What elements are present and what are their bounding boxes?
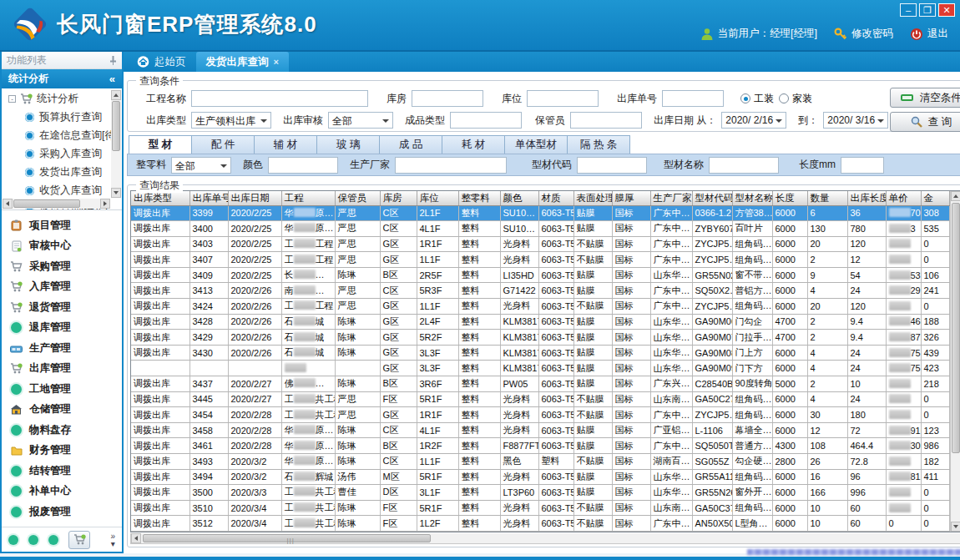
warehouse-input[interactable] (412, 90, 483, 107)
location-input[interactable] (527, 90, 599, 107)
tree-expander-icon[interactable]: - (8, 95, 16, 103)
tree-item-采购入库查询[interactable]: 采购入库查询 (8, 145, 110, 164)
tab-发货出库查询[interactable]: 发货出库查询× (196, 52, 289, 72)
menu-item-审核中心[interactable]: 审核中心 (2, 235, 122, 256)
table-row[interactable]: 调拨出库35102020/3/4工共工程陈琳F区5R1F整料光身料6063-T5… (131, 500, 949, 516)
tab-起始页[interactable]: 起始页 (127, 52, 196, 72)
results-horizontal-scrollbar[interactable]: ||| (130, 533, 960, 544)
length-filter-input[interactable] (841, 157, 884, 174)
menu-item-采购管理[interactable]: 采购管理 (2, 256, 122, 277)
menu-item-工地管理[interactable]: 工地管理 (2, 379, 122, 400)
table-row[interactable]: G区3L3F整料KLM38176063-T5贴膜国标山东华…GA90M09.门下… (131, 361, 949, 376)
profile-code-filter-input[interactable] (577, 157, 647, 174)
change-password-link[interactable]: 修改密码 (834, 27, 893, 41)
column-header-出库类型[interactable]: 出库类型 (131, 191, 189, 205)
column-header-出库单号[interactable]: 出库单号 (189, 191, 228, 205)
column-header-长度[interactable]: 长度 (772, 191, 807, 205)
minimize-button[interactable]: – (900, 3, 917, 17)
menu-item-报废管理[interactable]: 报废管理 (2, 502, 122, 522)
table-row[interactable]: 调拨出库34932020/3/2华原…陈琳C区1L1F整料黑色塑料不贴膜国标湖南… (131, 454, 949, 470)
profile-name-filter-input[interactable] (709, 157, 779, 174)
table-row[interactable]: 调拨出库34582020/2/28华原…陈琳C区4L1F整料光身料6063-T5… (131, 422, 949, 438)
radio-工装[interactable]: 工装 (740, 92, 774, 106)
column-header-型材名称[interactable]: 型材名称 (732, 191, 772, 205)
maximize-button[interactable]: ❐ (919, 3, 936, 17)
table-row[interactable]: 调拨出库34612020/2/28华原…陈琳B区1R2F整料F8877FT606… (131, 438, 949, 454)
table-row[interactable]: 调拨出库35002020/3/3工共工程曹佳D区3L1F整料LT3P606063… (131, 485, 949, 501)
out-type-select[interactable]: 生产领料出库 (191, 112, 271, 129)
menu-item-退货管理[interactable]: 退货管理 (2, 297, 122, 318)
module-dot-icon[interactable] (8, 535, 18, 545)
cart-module-button[interactable] (68, 531, 90, 549)
table-row[interactable]: 调拨出库34452020/2/27工共工程严思F区5R1F整料光身料6063-T… (131, 391, 949, 407)
column-header-整零料[interactable]: 整零料 (458, 191, 500, 205)
column-header-单价[interactable]: 单价 (886, 191, 921, 205)
menu-item-项目管理[interactable]: 项目管理 (2, 215, 122, 236)
column-header-型材代码[interactable]: 型材代码 (692, 191, 732, 205)
table-row[interactable]: 调拨出库34292020/2/26石城陈琳G区5R2F整料KLM38176063… (131, 330, 949, 346)
material-tab-隔热条[interactable]: 隔 热 条 (567, 135, 630, 154)
material-tab-单体型材[interactable]: 单体型材 (504, 135, 568, 154)
menu-item-出库管理[interactable]: 出库管理 (2, 358, 122, 379)
module-dot-icon[interactable] (28, 535, 38, 545)
radio-家装[interactable]: 家装 (779, 92, 812, 106)
table-row[interactable]: 调拨出库33992020/2/25华原…严思C区2L1F整料SU10…6063-… (131, 205, 949, 221)
menu-item-生产管理[interactable]: 生产管理 (2, 338, 122, 359)
keeper-input[interactable] (570, 112, 642, 129)
column-header-出库日期[interactable]: 出库日期 (228, 191, 281, 205)
table-row[interactable]: 调拨出库34132020/2/26南…严思C区5R3F整料G714226063-… (131, 283, 949, 299)
column-header-生产厂家[interactable]: 生产厂家 (650, 191, 692, 205)
out-audit-select[interactable]: 全部 (328, 112, 393, 129)
order-no-input[interactable] (662, 90, 724, 107)
module-dot-icon[interactable] (48, 535, 58, 545)
column-header-材质[interactable]: 材质 (538, 191, 573, 205)
product-type-input[interactable] (450, 112, 522, 129)
table-row[interactable]: 调拨出库34282020/2/26石城陈琳G区2L4F整料KLM38176063… (131, 314, 949, 330)
menu-item-结转管理[interactable]: 结转管理 (2, 461, 122, 482)
date-to-select[interactable]: 2020/ 3/16 (823, 112, 888, 129)
tree-item-预算执行查询[interactable]: 预算执行查询 (8, 108, 110, 127)
menu-item-入库管理[interactable]: 入库管理 (2, 276, 122, 297)
project-name-input[interactable] (191, 90, 368, 107)
table-row[interactable]: 调拨出库34942020/3/2石辉城汤伟M区5R1F整料光身料6063-T5贴… (131, 469, 949, 485)
column-header-膜厚[interactable]: 膜厚 (612, 191, 650, 205)
close-button[interactable]: ✕ (938, 3, 955, 17)
date-from-select[interactable]: 2020/ 2/16 (721, 112, 786, 129)
menu-item-财务管理[interactable]: 财务管理 (2, 440, 122, 461)
material-tab-成品[interactable]: 成 品 (379, 135, 442, 154)
tree-item-收货入库查询[interactable]: 收货入库查询 (8, 182, 110, 200)
column-header-颜色[interactable]: 颜色 (500, 191, 538, 205)
radio-circle-icon[interactable] (740, 93, 750, 103)
material-tab-型材[interactable]: 型 材 (129, 135, 192, 154)
table-row[interactable]: 调拨出库35122020/3/4工共工程陈琳F区1L2F整料光身料6063-T5… (131, 516, 949, 532)
logout-link[interactable]: 退出 (910, 27, 948, 41)
collapse-sidebar-icon[interactable]: « (109, 73, 115, 85)
sidebar-more-button[interactable]: »▾ (110, 532, 115, 547)
column-header-库位[interactable]: 库位 (417, 191, 458, 205)
material-tab-玻璃[interactable]: 玻 璃 (316, 135, 380, 154)
whole-part-select[interactable]: 全部 (171, 157, 231, 174)
tree-root-statistics[interactable]: - 统计分析 (8, 92, 110, 106)
tree-vertical-scrollbar[interactable] (111, 90, 121, 198)
column-header-表面处理[interactable]: 表面处理 (573, 191, 612, 205)
tree-item-在途信息查询[待[interactable]: 在途信息查询[待 (8, 127, 110, 145)
radio-circle-icon[interactable] (779, 93, 789, 103)
table-row[interactable]: 调拨出库34072020/2/25工工程严思G区1L1F整料光身料6063-T5… (131, 252, 949, 268)
table-row[interactable]: 调拨出库34302020/2/26石城陈琳G区3L3F整料KLM38176063… (131, 345, 949, 361)
column-header-保管员[interactable]: 保管员 (335, 191, 380, 205)
tree-item-发货出库查询[interactable]: 发货出库查询 (8, 164, 110, 182)
menu-item-退库管理[interactable]: 退库管理 (2, 317, 122, 338)
column-header-库房[interactable]: 库房 (380, 191, 417, 205)
table-row[interactable]: 调拨出库34242020/2/26工工程严思G区1L1F整料光身料6063-T5… (131, 299, 949, 315)
color-filter-input[interactable] (268, 157, 338, 174)
table-row[interactable]: 调拨出库34372020/2/27佛…陈琳B区3R6F整料PW056063-T5… (131, 376, 949, 392)
table-row[interactable]: 调拨出库34542020/2/28工共工程严思G区1R1F整料光身料6063-T… (131, 407, 949, 423)
manufacturer-filter-input[interactable] (395, 157, 507, 174)
table-row[interactable]: 调拨出库34002020/2/25华原…严思C区4L1F整料SU10…6063-… (131, 221, 949, 237)
menu-item-物料盘存[interactable]: 物料盘存 (2, 420, 122, 441)
material-tab-配件[interactable]: 配 件 (191, 135, 255, 154)
column-header-出库长度[interactable]: 出库长度 (847, 191, 886, 205)
results-vertical-scrollbar[interactable] (950, 191, 960, 532)
column-header-数量[interactable]: 数量 (807, 191, 847, 205)
column-header-工程[interactable]: 工程 (281, 191, 335, 205)
